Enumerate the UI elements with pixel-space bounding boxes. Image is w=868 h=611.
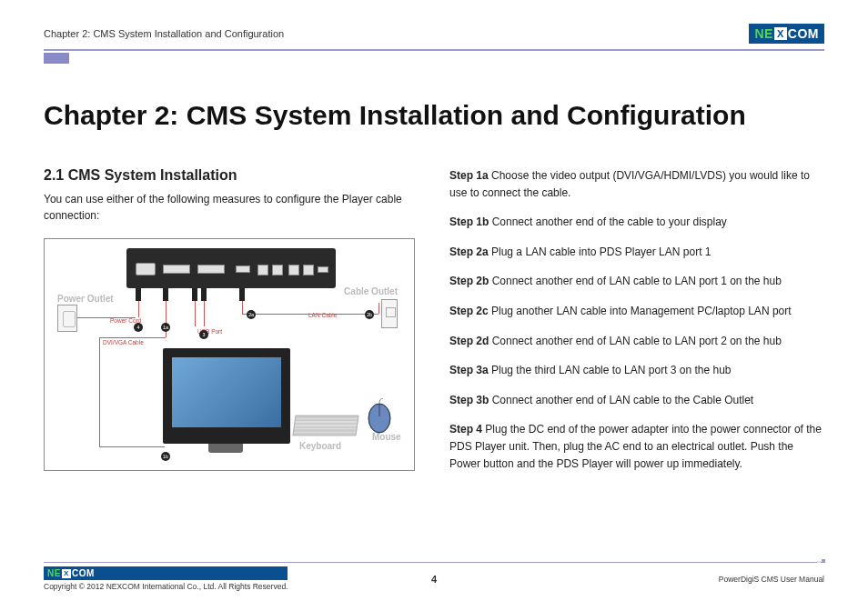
callout-2a: 2a	[247, 310, 256, 319]
step-3a: Step 3a Plug the third LAN cable to LAN …	[449, 362, 824, 379]
copyright-text: Copyright © 2012 NEXCOM International Co…	[44, 582, 288, 591]
side-tab-marker	[44, 53, 69, 64]
step-4: Step 4 Plug the DC end of the power adap…	[449, 421, 824, 472]
breadcrumb: Chapter 2: CMS System Installation and C…	[44, 28, 284, 39]
callout-1a: 1a	[161, 323, 170, 332]
connection-diagram: Power Outlet Cable Outlet Power Cord USB…	[44, 238, 415, 471]
content-columns: 2.1 CMS System Installation You can use …	[44, 167, 824, 485]
monitor-icon	[163, 348, 290, 444]
nexcom-logo: NEXCOM	[749, 24, 824, 44]
label-keyboard: Keyboard	[299, 441, 341, 451]
section-intro: You can use either of the following meas…	[44, 191, 417, 224]
callout-4: 4	[134, 323, 143, 332]
page-footer: NEXCOM Copyright © 2012 NEXCOM Internati…	[44, 562, 824, 591]
logo-part-com: COM	[788, 26, 819, 41]
logo-part-ne: NE	[754, 26, 772, 41]
power-outlet-icon	[57, 305, 77, 332]
chapter-title: Chapter 2: CMS System Installation and C…	[44, 100, 824, 131]
step-2c: Step 2c Plug another LAN cable into Mana…	[449, 303, 824, 320]
monitor-stand	[208, 444, 243, 453]
section-heading: 2.1 CMS System Installation	[44, 167, 417, 184]
step-2a: Step 2a Plug a LAN cable into PDS Player…	[449, 244, 824, 261]
step-3b: Step 3b Connect another end of LAN cable…	[449, 392, 824, 409]
steps-column: Step 1a Choose the video output (DVI/VGA…	[449, 167, 824, 485]
pds-player-device	[126, 248, 336, 288]
step-2b: Step 2b Connect another end of LAN cable…	[449, 273, 824, 290]
page-header: Chapter 2: CMS System Installation and C…	[44, 24, 824, 51]
callout-1b: 1b	[161, 452, 170, 461]
step-1b: Step 1b Connect another end of the cable…	[449, 214, 824, 231]
keyboard-icon	[292, 416, 358, 436]
mouse-icon	[365, 398, 394, 435]
doc-title-footer: PowerDigiS CMS User Manual	[719, 575, 824, 584]
callout-2b: 2b	[365, 310, 374, 319]
page-number: 4	[431, 574, 437, 585]
label-cable-outlet: Cable Outlet	[344, 286, 398, 296]
label-dvi-vga: DVI/VGA Cable	[103, 339, 144, 346]
step-1a: Step 1a Choose the video output (DVI/VGA…	[449, 167, 824, 201]
nexcom-logo-footer: NEXCOM	[44, 566, 288, 580]
cable-outlet-icon	[381, 299, 398, 328]
step-2d: Step 2d Connect another end of LAN cable…	[449, 333, 824, 350]
footer-left: NEXCOM Copyright © 2012 NEXCOM Internati…	[44, 566, 288, 591]
callout-3: 3	[199, 330, 208, 339]
logo-part-x: X	[774, 27, 787, 40]
label-power-outlet: Power Outlet	[57, 294, 114, 304]
